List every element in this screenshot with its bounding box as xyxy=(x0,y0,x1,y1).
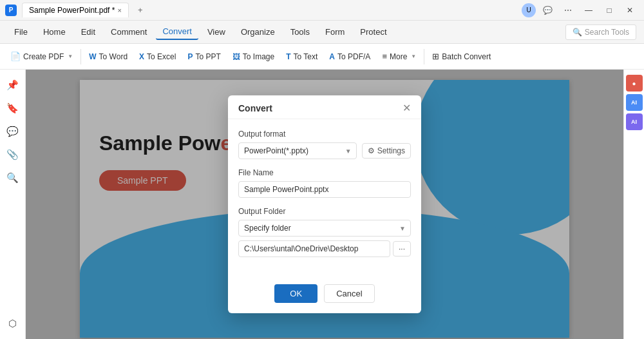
menu-dots-button[interactable]: ⋯ xyxy=(559,4,577,17)
sidebar-icon-search[interactable]: 🔍 xyxy=(3,168,23,188)
more-icon: ≡ xyxy=(382,52,387,61)
create-pdf-icon: 📄 xyxy=(10,52,21,61)
file-name-input[interactable] xyxy=(238,181,411,198)
folder-select-wrapper: Specify folder ▼ xyxy=(238,220,411,237)
output-format-row: PowerPoint(*.pptx) ▼ ⚙ Settings xyxy=(238,142,411,159)
batch-convert-icon: ⊞ xyxy=(432,52,439,61)
right-icon-ai-2[interactable]: AI xyxy=(626,113,643,130)
menu-organize[interactable]: Organize xyxy=(234,24,281,39)
settings-label: Settings xyxy=(377,146,405,155)
settings-gear-icon: ⚙ xyxy=(368,146,375,155)
to-excel-label: To Excel xyxy=(147,52,176,61)
modal-header: Convert ✕ xyxy=(228,95,421,119)
menu-file[interactable]: File xyxy=(8,24,34,39)
toolbar-divider-2 xyxy=(424,49,424,64)
tab-title: Sample PowerPoint.pdf * xyxy=(29,6,115,15)
search-tools-label: Search Tools xyxy=(585,28,629,37)
menu-edit[interactable]: Edit xyxy=(75,24,102,39)
to-pdfa-icon: A xyxy=(329,52,335,61)
folder-path-wrapper: ··· xyxy=(238,240,411,257)
more-button[interactable]: ≡ More xyxy=(377,48,421,64)
tab-close-icon[interactable]: × xyxy=(117,6,121,14)
to-excel-icon: X xyxy=(139,52,144,61)
to-ppt-icon: P xyxy=(187,52,193,61)
search-icon: 🔍 xyxy=(573,28,582,37)
close-button[interactable]: ✕ xyxy=(621,4,639,17)
batch-convert-button[interactable]: ⊞ Batch Convert xyxy=(427,48,496,64)
right-ai-icon-2: AI xyxy=(631,119,637,125)
app-icon: P xyxy=(5,5,17,16)
output-format-select[interactable]: PowerPoint(*.pptx) xyxy=(238,142,357,159)
menu-home[interactable]: Home xyxy=(37,24,72,39)
menu-protect[interactable]: Protect xyxy=(354,24,393,39)
right-panel: ● AI AI xyxy=(623,70,644,339)
menu-form[interactable]: Form xyxy=(319,24,351,39)
sidebar-icon-pin[interactable]: 📌 xyxy=(3,75,23,95)
modal-overlay: Convert ✕ Output format PowerPoint(*.ppt… xyxy=(26,70,623,339)
to-word-icon: W xyxy=(89,52,96,61)
sidebar-icon-attachment[interactable]: 📎 xyxy=(3,144,23,165)
title-bar-left: P Sample PowerPoint.pdf * × + xyxy=(5,3,522,17)
chat-button[interactable]: 💬 xyxy=(538,4,556,17)
new-tab-button[interactable]: + xyxy=(134,4,147,17)
active-tab[interactable]: Sample PowerPoint.pdf * × xyxy=(22,3,129,17)
menu-comment[interactable]: Comment xyxy=(104,24,153,39)
output-folder-label: Output Folder xyxy=(238,207,411,216)
toolbar-divider-1 xyxy=(80,49,81,64)
left-sidebar: 📌 🔖 💬 📎 🔍 ⬡ xyxy=(0,70,26,339)
modal-close-button[interactable]: ✕ xyxy=(402,103,411,113)
toolbar: 📄 Create PDF W To Word X To Excel P To P… xyxy=(0,44,644,70)
menu-convert[interactable]: Convert xyxy=(156,24,198,40)
maximize-button[interactable]: □ xyxy=(600,4,618,17)
more-label: More xyxy=(390,52,407,61)
to-image-button[interactable]: 🖼 To Image xyxy=(227,49,279,64)
create-pdf-button[interactable]: 📄 Create PDF xyxy=(5,48,78,64)
avatar: U xyxy=(522,3,536,17)
to-text-icon: T xyxy=(286,52,290,61)
output-folder-group: Output Folder Specify folder ▼ ··· xyxy=(238,207,411,257)
to-ppt-label: To PPT xyxy=(195,52,220,61)
to-text-label: To Text xyxy=(294,52,318,61)
menu-tools[interactable]: Tools xyxy=(284,24,316,39)
to-pdfa-label: To PDF/A xyxy=(337,52,370,61)
output-format-label: Output format xyxy=(238,130,411,139)
modal-body: Output format PowerPoint(*.pptx) ▼ ⚙ Set… xyxy=(228,119,421,276)
modal-title: Convert xyxy=(238,103,272,113)
sidebar-icon-layers[interactable]: ⬡ xyxy=(3,313,23,334)
minimize-button[interactable]: — xyxy=(580,4,598,17)
right-ai-icon-1: AI xyxy=(631,99,637,106)
folder-path-input[interactable] xyxy=(238,240,390,257)
menu-view[interactable]: View xyxy=(201,24,232,39)
folder-browse-button[interactable]: ··· xyxy=(393,241,411,257)
convert-modal: Convert ✕ Output format PowerPoint(*.ppt… xyxy=(228,95,421,313)
content-area: Sample PowerPoint Sample PPT Convert ✕ O… xyxy=(26,70,623,339)
settings-button[interactable]: ⚙ Settings xyxy=(362,143,411,159)
to-word-label: To Word xyxy=(99,52,128,61)
format-select-wrapper: PowerPoint(*.pptx) ▼ xyxy=(238,142,357,159)
to-ppt-button[interactable]: P To PPT xyxy=(182,49,225,64)
right-icon-red[interactable]: ● xyxy=(626,75,643,92)
folder-option-select[interactable]: Specify folder xyxy=(238,220,411,237)
title-bar: P Sample PowerPoint.pdf * × + U 💬 ⋯ — □ … xyxy=(0,0,644,21)
to-image-label: To Image xyxy=(243,52,274,61)
sidebar-icon-comment[interactable]: 💬 xyxy=(3,121,23,142)
output-format-group: Output format PowerPoint(*.pptx) ▼ ⚙ Set… xyxy=(238,130,411,159)
title-bar-right: U 💬 ⋯ — □ ✕ xyxy=(522,3,639,17)
right-icon-1: ● xyxy=(632,80,636,87)
to-pdfa-button[interactable]: A To PDF/A xyxy=(324,49,375,64)
menu-bar: File Home Edit Comment Convert View Orga… xyxy=(0,21,644,44)
file-name-group: File Name xyxy=(238,168,411,198)
create-pdf-label: Create PDF xyxy=(23,52,64,61)
file-name-label: File Name xyxy=(238,168,411,177)
search-tools-bar[interactable]: 🔍 Search Tools xyxy=(565,24,636,40)
to-excel-button[interactable]: X To Excel xyxy=(134,49,181,64)
ok-button[interactable]: OK xyxy=(274,284,317,303)
sidebar-icon-bookmark[interactable]: 🔖 xyxy=(3,98,23,119)
modal-footer: OK Cancel xyxy=(228,276,421,313)
right-icon-ai-1[interactable]: AI xyxy=(626,94,643,111)
batch-convert-label: Batch Convert xyxy=(442,52,491,61)
to-image-icon: 🖼 xyxy=(232,52,240,61)
to-word-button[interactable]: W To Word xyxy=(84,49,133,64)
cancel-button[interactable]: Cancel xyxy=(324,284,374,303)
to-text-button[interactable]: T To Text xyxy=(281,49,323,64)
